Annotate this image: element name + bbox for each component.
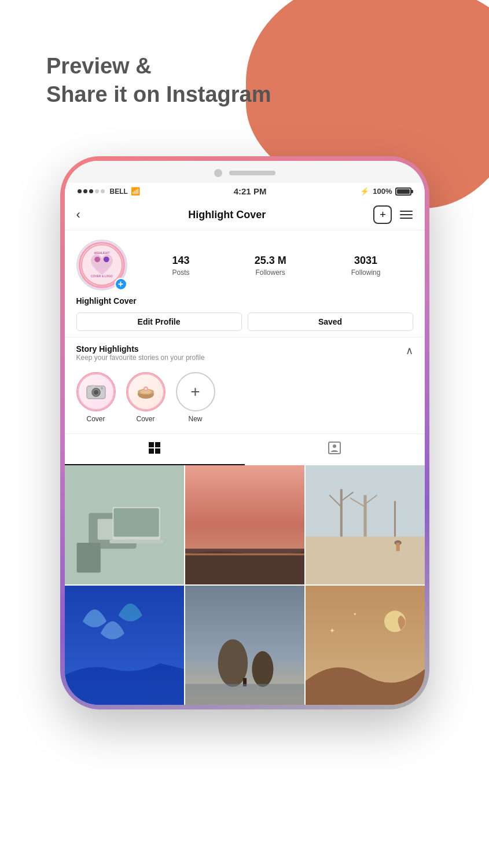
header-line1: Preview & bbox=[46, 54, 152, 78]
menu-line-3 bbox=[400, 218, 413, 219]
svg-point-14 bbox=[145, 388, 147, 390]
profile-section: COVER & LOGO HIGHLIGHT + 143 Posts bbox=[65, 230, 425, 337]
signal-dot-2 bbox=[83, 189, 87, 193]
grid-photo-6[interactable]: ✦ ✦ bbox=[306, 586, 425, 705]
cover2-circle bbox=[127, 373, 164, 410]
add-icon-button[interactable]: + bbox=[373, 205, 392, 224]
photo-1-svg bbox=[65, 465, 184, 584]
svg-point-9 bbox=[101, 387, 103, 389]
saved-button[interactable]: Saved bbox=[248, 312, 413, 331]
signal-dot-1 bbox=[78, 189, 82, 193]
signal-dot-3 bbox=[89, 189, 93, 193]
followers-label: Followers bbox=[255, 269, 285, 277]
photo-2-svg bbox=[185, 465, 304, 584]
back-button[interactable]: ‹ bbox=[76, 207, 80, 222]
highlight-circle-2 bbox=[126, 372, 166, 411]
wifi-icon: 📶 bbox=[131, 187, 140, 196]
grid-photo-2[interactable] bbox=[185, 465, 304, 584]
highlight-item-2[interactable]: Cover bbox=[126, 372, 166, 423]
following-label: Following bbox=[351, 269, 381, 277]
svg-point-1 bbox=[94, 256, 100, 262]
highlights-chevron-icon[interactable]: ∧ bbox=[406, 344, 413, 357]
plus-box-icon: + bbox=[380, 209, 386, 221]
svg-rect-27 bbox=[109, 540, 163, 543]
profile-stats: 143 Posts 25.3 M Followers 3031 Followin… bbox=[140, 255, 413, 277]
photo-5-svg bbox=[185, 586, 304, 705]
phone-top bbox=[65, 161, 425, 183]
svg-text:✦: ✦ bbox=[329, 627, 335, 635]
photo-grid: ✦ ✦ bbox=[65, 465, 425, 705]
story-highlights-section: Story Highlights Keep your favourite sto… bbox=[65, 337, 425, 428]
highlights-title-group: Story Highlights Keep your favourite sto… bbox=[76, 344, 205, 370]
highlights-header: Story Highlights Keep your favourite sto… bbox=[76, 344, 413, 370]
profile-username: Highlight Cover bbox=[76, 296, 413, 306]
instagram-content: ‹ Highlight Cover + bbox=[65, 200, 425, 705]
instagram-nav: ‹ Highlight Cover + bbox=[65, 200, 425, 230]
phone-outer-frame: BELL 📶 4:21 PM ⚡ 100% ‹ Highlight Cove bbox=[60, 156, 429, 709]
highlight-item-3[interactable]: + New bbox=[176, 372, 215, 423]
phone-camera bbox=[214, 169, 222, 177]
camera-svg bbox=[84, 380, 108, 403]
followers-count: 25.3 M bbox=[255, 255, 286, 267]
content-tabs bbox=[65, 433, 425, 465]
highlights-subtitle: Keep your favourite stories on your prof… bbox=[76, 354, 205, 362]
svg-rect-24 bbox=[76, 543, 100, 573]
grid-photo-3[interactable] bbox=[306, 465, 425, 584]
svg-point-7 bbox=[94, 390, 98, 395]
svg-rect-40 bbox=[306, 537, 425, 584]
avatar-wrapper: COVER & LOGO HIGHLIGHT + bbox=[76, 240, 128, 292]
photo-6-svg: ✦ ✦ bbox=[306, 586, 425, 705]
svg-rect-17 bbox=[149, 448, 154, 454]
header-title: Preview & Share it on Instagram bbox=[46, 52, 271, 109]
nav-icons: + bbox=[373, 205, 413, 224]
svg-text:HIGHLIGHT: HIGHLIGHT bbox=[94, 252, 109, 255]
battery-fill bbox=[397, 189, 410, 194]
svg-rect-18 bbox=[155, 448, 160, 454]
highlight-label-new: New bbox=[188, 415, 202, 423]
posts-label: Posts bbox=[172, 269, 190, 277]
grid-icon bbox=[148, 441, 161, 458]
highlight-label-2: Cover bbox=[136, 415, 155, 423]
signal-dot-5 bbox=[101, 189, 105, 193]
highlight-item-1[interactable]: Cover bbox=[76, 372, 116, 423]
status-bar: BELL 📶 4:21 PM ⚡ 100% bbox=[65, 183, 425, 200]
grid-tab[interactable] bbox=[65, 434, 245, 465]
following-stat: 3031 Following bbox=[351, 255, 381, 277]
add-story-button[interactable]: + bbox=[115, 278, 127, 290]
highlight-label-1: Cover bbox=[86, 415, 105, 423]
header-line2: Share it on Instagram bbox=[46, 82, 271, 106]
svg-rect-16 bbox=[155, 442, 160, 447]
bowl-svg bbox=[134, 380, 157, 403]
carrier-label: BELL bbox=[110, 187, 128, 196]
person-tag-svg bbox=[328, 441, 341, 455]
header-section: Preview & Share it on Instagram bbox=[46, 52, 271, 109]
grid-photo-5[interactable] bbox=[185, 586, 304, 705]
menu-button[interactable] bbox=[400, 211, 413, 219]
time-label: 4:21 PM bbox=[234, 186, 267, 196]
profile-actions: Edit Profile Saved bbox=[76, 312, 413, 331]
tagged-tab[interactable] bbox=[245, 434, 425, 465]
svg-rect-42 bbox=[396, 543, 399, 551]
signal-dots bbox=[78, 189, 105, 193]
phone-mockup: BELL 📶 4:21 PM ⚡ 100% ‹ Highlight Cove bbox=[60, 156, 429, 709]
followers-stat: 25.3 M Followers bbox=[255, 255, 286, 277]
grid-svg bbox=[148, 441, 161, 455]
highlight-circle-1 bbox=[76, 372, 116, 411]
menu-line-2 bbox=[400, 214, 413, 215]
highlight-circle-new: + bbox=[176, 372, 215, 411]
photo-4-svg bbox=[65, 586, 184, 705]
grid-photo-1[interactable] bbox=[65, 465, 184, 584]
grid-photo-4[interactable] bbox=[65, 586, 184, 705]
cover1-circle bbox=[78, 373, 115, 410]
svg-point-46 bbox=[252, 651, 273, 687]
svg-text:✦: ✦ bbox=[353, 612, 357, 617]
svg-rect-8 bbox=[91, 385, 95, 387]
photo-3-svg bbox=[306, 465, 425, 584]
svg-text:COVER & LOGO: COVER & LOGO bbox=[91, 275, 113, 278]
svg-rect-48 bbox=[185, 684, 304, 705]
following-count: 3031 bbox=[351, 255, 381, 267]
edit-profile-button[interactable]: Edit Profile bbox=[76, 312, 242, 331]
battery-percent: 100% bbox=[373, 187, 392, 196]
battery-icon bbox=[395, 187, 411, 196]
person-tag-icon bbox=[328, 441, 341, 458]
